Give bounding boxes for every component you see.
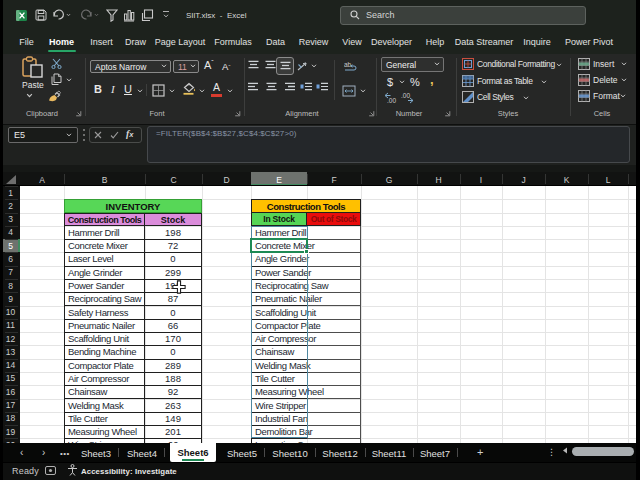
svg-text:.00: .00 — [401, 92, 410, 99]
svg-text:.00: .00 — [387, 97, 396, 104]
svg-text:ab: ab — [344, 61, 352, 68]
